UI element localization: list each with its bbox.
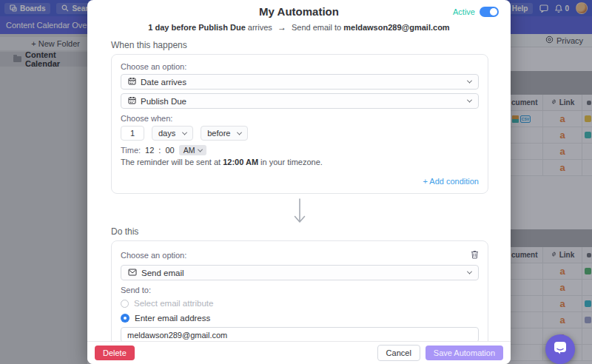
- calendar-icon: [128, 96, 136, 106]
- minute-input[interactable]: 00: [165, 146, 174, 155]
- modal-title: My Automation: [87, 5, 511, 18]
- trigger-select-value: Date arrives: [141, 78, 186, 87]
- cancel-button[interactable]: Cancel: [377, 345, 420, 361]
- meridiem-value: AM: [184, 146, 195, 155]
- chevron-down-icon: [467, 78, 472, 84]
- radio-selected-icon: [121, 314, 130, 323]
- radio-email-attribute-label: Select email attribute: [134, 299, 213, 308]
- reminder-prefix: The reminder will be sent at: [121, 158, 223, 166]
- chevron-down-icon: [467, 269, 472, 274]
- radio-email-attribute[interactable]: Select email attribute: [121, 299, 479, 308]
- meridiem-select[interactable]: AM: [179, 145, 207, 155]
- unit-select-value: days: [158, 129, 175, 138]
- send-to-label: Send to:: [121, 286, 479, 294]
- automation-modal: My Automation Active 1 day before Publis…: [87, 0, 511, 364]
- chevron-down-icon: [182, 129, 187, 135]
- reminder-suffix: in your timezone.: [258, 158, 323, 166]
- radio-email-address-label: Enter email address: [135, 314, 210, 323]
- trigger-select[interactable]: Date arrives: [121, 74, 479, 90]
- trash-icon[interactable]: [471, 249, 479, 262]
- active-label: Active: [453, 7, 475, 16]
- radio-icon: [121, 300, 129, 308]
- number-input[interactable]: 1: [121, 126, 144, 141]
- summary-trigger-rest: arrives: [246, 23, 275, 32]
- reminder-text: The reminder will be sent at 12:00 AM in…: [121, 158, 479, 166]
- do-section-label: Do this: [111, 226, 488, 237]
- envelope-icon: [128, 269, 137, 277]
- add-condition-link[interactable]: + Add condition: [423, 177, 479, 186]
- automation-summary: 1 day before Publish Due arrives → Send …: [87, 22, 511, 33]
- action-select[interactable]: Send email: [121, 265, 479, 280]
- date-column-select-value: Publish Due: [141, 97, 186, 106]
- chat-launcher-button[interactable]: [545, 334, 575, 364]
- relation-select[interactable]: before: [201, 126, 248, 141]
- action-select-value: Send email: [141, 269, 184, 277]
- when-section-label: When this happens: [111, 40, 488, 50]
- time-colon: :: [158, 146, 161, 155]
- email-address-input[interactable]: [121, 327, 479, 343]
- summary-action-target: meldawson289@gmail.com: [343, 23, 449, 32]
- chevron-down-icon: [198, 146, 203, 152]
- hour-input[interactable]: 12: [145, 146, 154, 155]
- summary-arrow-icon: →: [278, 22, 286, 33]
- date-column-select[interactable]: Publish Due: [121, 93, 479, 109]
- choose-option-label: Choose an option:: [121, 251, 186, 260]
- active-toggle[interactable]: [480, 7, 499, 17]
- calendar-icon: [128, 77, 136, 87]
- radio-email-address[interactable]: Enter email address: [121, 314, 479, 323]
- page: Boards Search ? Help: [0, 0, 592, 364]
- choose-when-label: Choose when:: [121, 114, 479, 123]
- reminder-time: 12:00 AM: [223, 158, 258, 166]
- chevron-down-icon: [467, 98, 472, 103]
- trigger-card: Choose an option: Date arrives Publish D…: [111, 54, 488, 194]
- unit-select[interactable]: days: [152, 126, 193, 141]
- relation-select-value: before: [207, 129, 230, 138]
- choose-option-label: Choose an option:: [121, 62, 479, 71]
- summary-action-text: Send email to: [289, 23, 343, 32]
- modal-header: My Automation Active 1 day before Publis…: [87, 0, 511, 33]
- chat-bubble-icon: [554, 341, 567, 357]
- chevron-down-icon: [237, 129, 242, 135]
- summary-trigger: 1 day before Publish Due: [148, 23, 245, 32]
- modal-footer: Delete Cancel Save Automation: [87, 341, 511, 364]
- modal-body: When this happens Choose an option: Date…: [87, 33, 511, 364]
- time-label: Time:: [121, 146, 141, 155]
- flow-arrow-icon: [111, 198, 488, 225]
- save-automation-button[interactable]: Save Automation: [426, 346, 503, 360]
- delete-button[interactable]: Delete: [95, 346, 135, 360]
